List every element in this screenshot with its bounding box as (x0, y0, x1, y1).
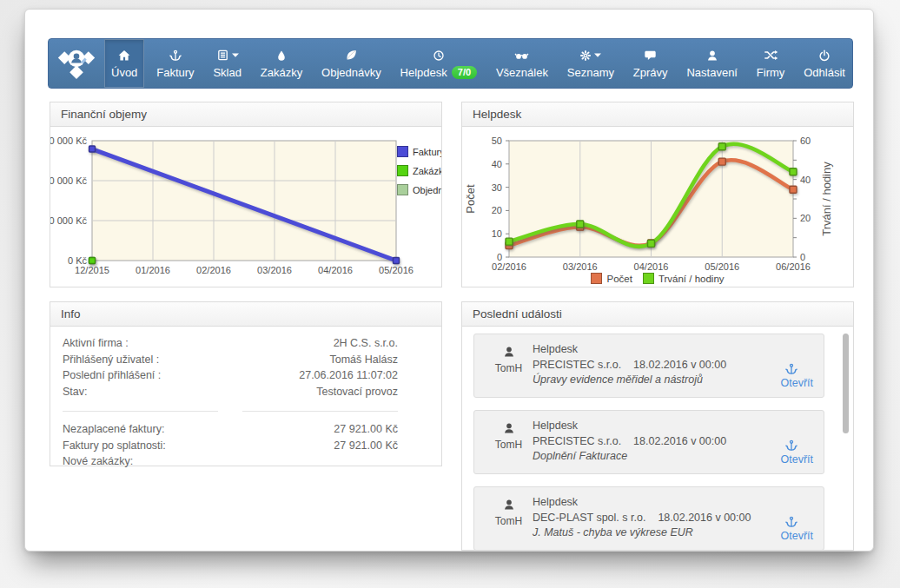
nav-item-objednavky[interactable]: Objednávky (314, 39, 388, 88)
info-row-label: Nové zakázky: (63, 453, 398, 470)
svg-text:30 000 Kč: 30 000 Kč (50, 135, 87, 146)
info-row: Aktivní firma : 2H C.S. s.r.o. (63, 335, 398, 352)
event-date: 18.02.2016 v 00:00 (633, 359, 726, 371)
event-username: TomH (485, 515, 533, 527)
panel-info: Info Aktivní firma : 2H C.S. s.r.o. Přih… (50, 301, 442, 466)
panel-helpdesk-title: Helpdesk (462, 102, 853, 127)
svg-text:40: 40 (492, 159, 502, 169)
info-row: Stav: Testovací provoz (63, 384, 398, 400)
event-date: 18.02.2016 v 00:00 (633, 435, 726, 447)
nav-item-seznamy[interactable]: Seznamy (560, 39, 621, 88)
nav-item-sklad[interactable]: Sklad (206, 39, 248, 88)
event-type: Helpdesk (533, 419, 759, 434)
events-list: TomH Helpdesk PRECISTEC s.r.o.18.02.2016… (462, 327, 853, 550)
info-row-value: Tomáš Halász (330, 352, 399, 368)
anchor-icon[interactable] (785, 363, 797, 375)
panel-events: Poslední události TomH Helpdesk PRECISTE… (461, 301, 854, 551)
event-action: Otevřít (759, 495, 813, 544)
panel-events-title: Poslední události (462, 302, 853, 327)
svg-text:05/2016: 05/2016 (705, 261, 739, 272)
nav-item-zpravy[interactable]: Zprávy (626, 39, 675, 88)
info-row: Faktury po splatnosti: 27 921.00 Kč (63, 438, 398, 454)
event-avatar: TomH (485, 495, 533, 544)
info-body: Aktivní firma : 2H C.S. s.r.o. Přihlášen… (50, 327, 441, 466)
app-window: ÚvodFakturySkladZakázkyObjednávkyHelpdes… (24, 9, 874, 552)
nav-item-label: Faktury (156, 66, 194, 79)
info-row: Nové zakázky: (63, 453, 398, 470)
nav-item-label: Odhlásit (804, 66, 845, 79)
stock-list-icon (216, 49, 229, 62)
svg-text:20: 20 (492, 205, 502, 215)
nav-item-helpdesk[interactable]: Helpdesk7/0 (394, 39, 485, 88)
event-action: Otevřít (759, 419, 813, 467)
nav-item-nastaveni[interactable]: Nastavení (679, 39, 744, 88)
info-row-label: Přihlášený uživatel : (63, 352, 330, 368)
event-card: TomH Helpdesk PRECISTEC s.r.o.18.02.2016… (473, 410, 824, 474)
main-navbar: ÚvodFakturySkladZakázkyObjednávkyHelpdes… (48, 38, 853, 89)
svg-text:Trvání / hodiny: Trvání / hodiny (820, 162, 833, 236)
anchor-icon[interactable] (785, 439, 797, 452)
info-row-value: 27.06.2016 11:07:02 (299, 367, 398, 384)
event-meta: PRECISTEC s.r.o.18.02.2016 v 00:00 (533, 358, 759, 373)
event-description: J. Matuš - chyba ve výkrese EUR (533, 525, 759, 541)
anchor-icon[interactable] (785, 516, 797, 528)
event-details: Helpdesk PRECISTEC s.r.o.18.02.2016 v 00… (533, 419, 759, 467)
nav-item-label: Zakázky (261, 66, 302, 79)
event-avatar: TomH (485, 419, 533, 467)
svg-text:Počet: Počet (464, 184, 477, 214)
app-logo[interactable] (49, 39, 104, 88)
nav-item-uvod[interactable]: Úvod (104, 39, 144, 88)
helpdesk-chart-legend: Počet Trvání / hodiny (462, 273, 853, 284)
nav-item-faktury[interactable]: Faktury (149, 39, 201, 88)
nav-items: ÚvodFakturySkladZakázkyObjednávkyHelpdes… (104, 39, 852, 88)
svg-text:50: 50 (492, 135, 502, 146)
legend-item-faktury: Faktury (397, 146, 441, 157)
logo-icon (56, 47, 96, 81)
info-row-value: 27 921.00 Kč (334, 421, 398, 438)
legend-swatch (397, 146, 408, 157)
svg-text:05/2016: 05/2016 (379, 265, 414, 275)
info-row-label: Poslední přihlášení : (63, 367, 299, 384)
nav-item-odhlasit[interactable]: Odhlásit (797, 39, 852, 88)
event-card: TomH Helpdesk PRECISTEC s.r.o.18.02.2016… (473, 334, 824, 398)
event-avatar: TomH (485, 342, 533, 391)
svg-text:01/2016: 01/2016 (136, 265, 170, 275)
person-icon (503, 499, 515, 511)
event-username: TomH (485, 439, 533, 451)
helpdesk-chart: 02/201603/201604/201605/201606/201601020… (462, 127, 853, 287)
nav-item-vseznalek[interactable]: Všeználek (489, 39, 555, 88)
legend-label: Trvání / hodiny (658, 274, 725, 284)
nav-item-zakazky[interactable]: Zakázky (254, 39, 309, 88)
svg-text:0: 0 (497, 252, 502, 262)
info-row: Poslední přihlášení : 27.06.2016 11:07:0… (63, 367, 398, 384)
panel-financial-title: Finanční objemy (50, 102, 441, 127)
nav-item-label: Objednávky (321, 66, 381, 79)
nav-item-label: Helpdesk (400, 66, 447, 79)
event-meta: DEC-PLAST spol. s r.o.18.02.2016 v 00:00 (533, 511, 759, 526)
open-event-link[interactable]: Otevřít (780, 377, 813, 389)
legend-swatch (591, 273, 602, 284)
panel-helpdesk: Helpdesk 02/201603/201604/201605/201606/… (461, 102, 854, 287)
svg-text:60: 60 (800, 135, 811, 146)
nav-item-label: Všeználek (496, 66, 548, 79)
user-icon (706, 50, 718, 62)
nav-item-firmy[interactable]: Firmy (750, 39, 792, 88)
svg-text:06/2016: 06/2016 (776, 261, 811, 272)
leaf-icon (345, 49, 358, 62)
panel-financial: Finanční objemy 0 Kč10 000 Kč20 000 Kč30… (50, 102, 442, 287)
open-event-link[interactable]: Otevřít (780, 530, 813, 542)
open-event-link[interactable]: Otevřít (780, 453, 813, 466)
gear-icon (579, 50, 592, 62)
person-icon (503, 422, 515, 434)
nav-item-label: Zprávy (633, 66, 668, 79)
svg-text:30: 30 (492, 182, 502, 193)
info-row: Přihlášený uživatel : Tomáš Halász (63, 352, 398, 368)
clock-icon (433, 50, 445, 62)
shuffle-icon (764, 48, 778, 63)
svg-text:03/2016: 03/2016 (257, 265, 292, 275)
events-scrollbar-thumb[interactable] (843, 334, 849, 433)
power-icon (818, 50, 831, 62)
event-details: Helpdesk PRECISTEC s.r.o.18.02.2016 v 00… (533, 342, 759, 391)
event-company: PRECISTEC s.r.o. (533, 435, 621, 447)
svg-text:40: 40 (800, 175, 811, 185)
